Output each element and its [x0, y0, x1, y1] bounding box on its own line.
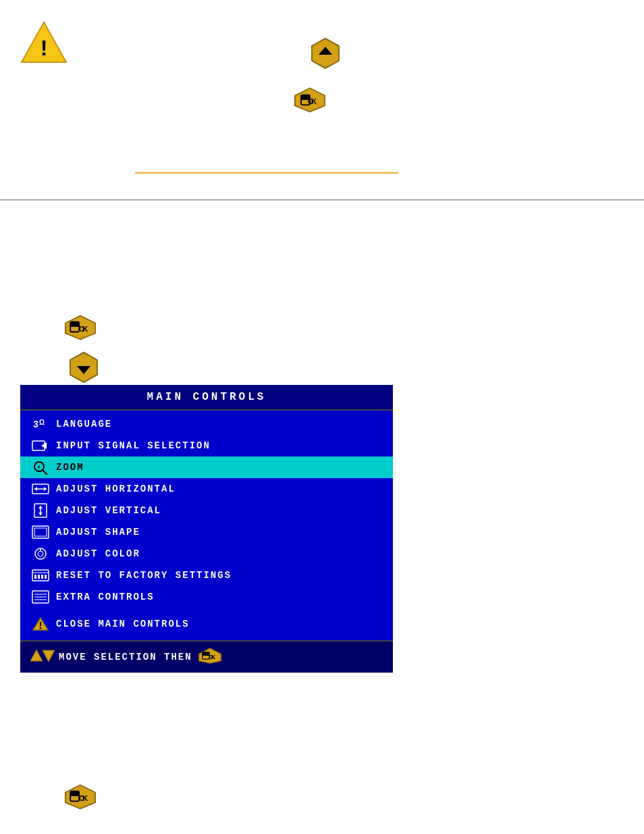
- close-menu-icon: [30, 617, 51, 631]
- svg-marker-19: [41, 442, 47, 449]
- menu-item-adjust-color[interactable]: ADJUST COLOR: [20, 543, 393, 565]
- svg-rect-41: [45, 575, 47, 579]
- svg-line-21: [43, 470, 47, 475]
- vertical-icon: [30, 503, 51, 518]
- horizontal-divider: [0, 199, 644, 201]
- svg-text:O: O: [209, 654, 214, 660]
- svg-rect-40: [41, 575, 43, 579]
- nav-arrows-icon: [30, 648, 55, 666]
- factory-icon: [30, 568, 51, 583]
- menu-item-extra-controls[interactable]: EXTRA CONTROLS: [20, 586, 393, 608]
- svg-text:O: O: [308, 98, 313, 105]
- adjust-vertical-label: ADJUST VERTICAL: [56, 505, 161, 516]
- zoom-label: ZOOM: [56, 462, 84, 473]
- menu-bottom-bar: MOVE SELECTION THEN K O: [20, 640, 393, 673]
- svg-text:+: +: [37, 464, 42, 471]
- ok-button-top[interactable]: K O: [294, 86, 326, 116]
- menu-item-zoom[interactable]: + ZOOM: [20, 457, 393, 478]
- ok-button-mid[interactable]: K O: [64, 314, 97, 344]
- shape-icon: [30, 525, 51, 540]
- svg-marker-50: [43, 650, 55, 662]
- svg-rect-38: [34, 575, 36, 579]
- warning-icon: !: [20, 20, 68, 67]
- down-arrow-button[interactable]: [68, 351, 100, 386]
- zoom-icon: +: [30, 460, 51, 475]
- input-signal-icon: [30, 438, 51, 453]
- language-label: LANGUAGE: [56, 419, 112, 429]
- menu-body: 3 Ω LANGUAGE INPUT SIGNAL SELECTION: [20, 411, 393, 640]
- adjust-color-label: ADJUST COLOR: [56, 548, 140, 559]
- horizontal-icon: [30, 481, 51, 496]
- svg-marker-29: [38, 506, 43, 509]
- osd-menu: MAIN CONTROLS 3 Ω LANGUAGE INPUT SIGNAL …: [20, 385, 393, 673]
- adjust-shape-label: ADJUST SHAPE: [56, 527, 140, 538]
- menu-item-adjust-vertical[interactable]: ADJUST VERTICAL: [20, 500, 393, 521]
- language-icon: 3 Ω: [30, 417, 51, 432]
- reset-factory-label: RESET TO FACTORY SETTINGS: [56, 570, 232, 581]
- menu-item-adjust-horizontal[interactable]: ADJUST HORIZONTAL: [20, 478, 393, 500]
- menu-spacer2: [20, 635, 393, 637]
- menu-item-input-signal[interactable]: INPUT SIGNAL SELECTION: [20, 435, 393, 457]
- svg-rect-58: [70, 791, 79, 796]
- adjust-horizontal-label: ADJUST HORIZONTAL: [56, 484, 176, 494]
- svg-text:O: O: [79, 325, 84, 333]
- svg-text:O: O: [79, 795, 84, 802]
- svg-marker-49: [30, 650, 43, 661]
- menu-item-close[interactable]: CLOSE MAIN CONTROLS: [20, 613, 393, 635]
- svg-marker-26: [44, 487, 47, 491]
- menu-item-adjust-shape[interactable]: ADJUST SHAPE: [20, 521, 393, 543]
- svg-rect-11: [70, 322, 79, 327]
- orange-underline: [135, 172, 398, 174]
- menu-item-language[interactable]: 3 Ω LANGUAGE: [20, 413, 393, 435]
- svg-text:Ω: Ω: [39, 419, 46, 426]
- ok-button-bottom[interactable]: K O: [64, 783, 97, 813]
- svg-marker-30: [38, 513, 43, 515]
- svg-text:!: !: [41, 36, 48, 60]
- ok-icon-bottom: K O: [198, 646, 222, 668]
- svg-point-48: [40, 627, 42, 629]
- menu-title: MAIN CONTROLS: [20, 385, 393, 411]
- svg-rect-32: [34, 528, 47, 536]
- svg-marker-25: [34, 487, 37, 491]
- menu-item-reset-factory[interactable]: RESET TO FACTORY SETTINGS: [20, 565, 393, 586]
- move-selection-label: MOVE SELECTION THEN: [59, 652, 192, 662]
- color-icon: [30, 546, 51, 561]
- close-main-controls-label: CLOSE MAIN CONTROLS: [56, 619, 190, 629]
- menu-spacer: [20, 608, 393, 613]
- input-signal-label: INPUT SIGNAL SELECTION: [56, 440, 211, 451]
- up-arrow-button[interactable]: [309, 37, 342, 72]
- svg-point-34: [38, 551, 43, 556]
- extra-controls-icon: [30, 590, 51, 604]
- extra-controls-label: EXTRA CONTROLS: [56, 592, 155, 602]
- svg-rect-39: [38, 575, 40, 579]
